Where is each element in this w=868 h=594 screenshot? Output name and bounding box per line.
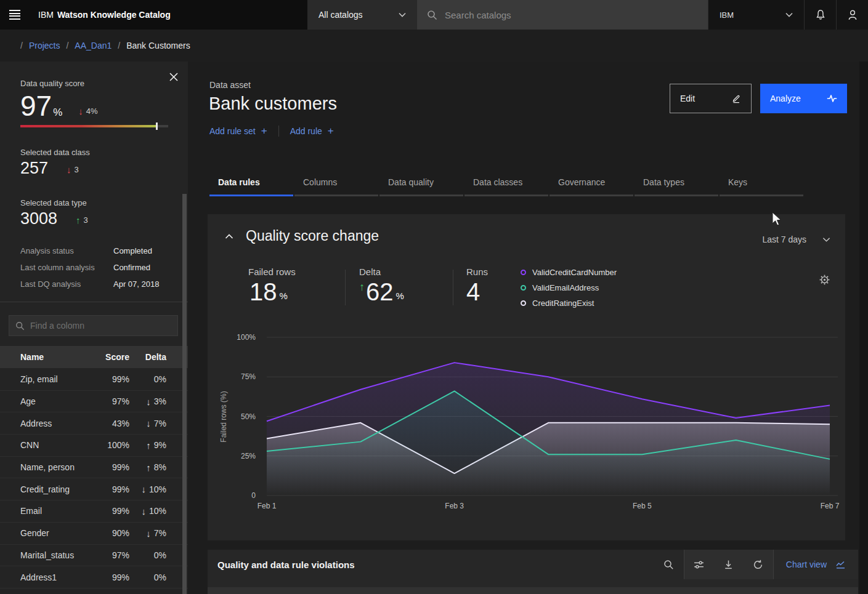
status-row: Last DQ analysis Apr 07, 2018 [20,279,168,289]
legend-item[interactable]: CreditRatingExist [521,295,617,311]
cell-name: Name, person [0,462,86,472]
cell-delta: 0% [154,572,166,582]
stat-failed-rows: Failed rows 18 % [248,267,296,305]
user-profile-button[interactable] [836,0,868,30]
cell-delta: 7% [154,419,166,428]
plus-icon: + [261,127,267,135]
x-tick-label: Feb 1 [258,502,277,510]
analyze-button-label: Analyze [770,94,801,103]
main-content: Data asset Bank customers Add rule set+ … [188,62,868,594]
search-icon [663,560,674,570]
page-scroll-gutter[interactable] [859,62,868,594]
tab[interactable]: Data rules [209,171,293,196]
bell-icon [815,9,826,20]
tab-label: Data rules [218,177,260,187]
table-row[interactable]: ↑ [0,588,188,594]
cell-name: Address [0,419,86,428]
legend-ring-icon [521,270,526,275]
chevron-down-icon [399,12,406,17]
table-row[interactable]: Gender 90% ↓ 7% [0,522,188,544]
column-table-body: Zip, email 99% 0% Age 97% ↓ 3% [0,368,188,594]
cell-name: Credit_rating [0,484,86,494]
stat-label: Runs [466,267,488,277]
download-button[interactable] [714,550,744,579]
account-dropdown[interactable]: IBM [708,0,804,30]
column-score-table: Name Score Delta Zip, email 99% 0% Age 9… [0,346,188,594]
breadcrumb-label[interactable]: Projects [29,41,60,50]
sidebar-divider [0,302,188,302]
table-row[interactable]: Age 97% ↓ 3% [0,390,188,412]
header-name: Name [0,352,86,362]
gear-icon[interactable] [819,275,830,285]
failed-rows-chart: 025%50%75%100% Feb 1Feb 3Feb 5Feb 7 Fail… [208,328,845,519]
close-icon[interactable] [169,73,178,81]
time-range-dropdown[interactable]: Last 7 days [762,235,830,244]
chevron-up-icon[interactable] [225,234,233,239]
settings-adjust-icon [694,560,704,570]
tab[interactable]: Governance [550,171,633,196]
chart-view-toggle[interactable]: Chart view [774,550,858,579]
violations-card: Quality and data rule violations Chart v… [208,550,858,594]
asset-kicker: Data asset [209,80,251,90]
tab[interactable]: Data types [635,171,718,196]
table-row[interactable]: Name, person 99% ↑ 8% [0,456,188,478]
refresh-button[interactable] [744,550,773,579]
cell-name: Gender [0,528,86,538]
legend-item[interactable]: ValidEmailAddress [521,280,617,295]
cell-score: 100% [86,440,129,450]
table-row[interactable]: Email 99% ↓ 10% [0,500,188,522]
table-row[interactable]: Address1 99% 0% [0,566,188,588]
edit-button-label: Edit [680,94,695,103]
sidebar-scrollbar[interactable] [182,194,187,594]
table-row[interactable]: Zip, email 99% 0% [0,368,188,390]
search-input[interactable] [445,10,698,20]
table-search-button[interactable] [654,550,684,579]
breadcrumb-item: / Bank Customers [118,41,190,50]
catalog-dropdown[interactable]: All catalogs [307,0,417,30]
filter-button[interactable] [684,550,714,579]
user-icon [847,9,858,20]
cell-score: 90% [86,528,129,538]
breadcrumb-label[interactable]: Bank Customers [126,41,190,50]
tab[interactable]: Data quality [379,171,463,196]
selected-data-class: Selected data class 257 ↓3 [20,148,90,177]
status-label: Last column analysis [20,263,113,272]
header-delta: Delta [129,352,179,362]
tab[interactable]: Columns [294,171,378,196]
delta-arrow-icon: ↓ [146,396,151,407]
notifications-button[interactable] [804,0,836,30]
table-row[interactable]: Credit_rating 99% ↓ 10% [0,478,188,500]
global-search [417,0,708,30]
stat-value: 18 [249,278,277,305]
add-rule-set-link[interactable]: Add rule set+ [209,126,267,136]
find-column-input[interactable] [30,321,171,331]
table-row[interactable]: CNN 100% ↑ 9% [0,434,188,456]
cell-name: Marital_status [0,550,86,560]
y-tick-label: 75% [208,372,256,381]
legend-item[interactable]: ValidCreditCardNumber [521,265,617,280]
tab[interactable]: Data classes [464,171,548,196]
cell-name: CNN [0,440,86,450]
y-tick-label: 50% [208,412,256,421]
table-row[interactable]: Marital_status 97% 0% [0,544,188,566]
cell-score: 99% [86,506,129,516]
table-row[interactable]: Address 43% ↓ 7% [0,412,188,434]
divider [453,270,453,305]
add-rule-link[interactable]: Add rule+ [290,126,334,136]
tab[interactable]: Keys [720,171,803,196]
status-row: Last column analysis Confirmed [20,263,168,272]
menu-icon[interactable] [0,0,30,30]
analyze-button[interactable]: Analyze [760,84,847,113]
violations-title: Quality and data rule violations [208,560,654,570]
stat-label: Failed rows [248,267,296,277]
delta-arrow-icon: ↑ [146,462,151,473]
stat-value: 4 [466,278,480,305]
asset-actions: Add rule set+ Add rule+ [209,126,334,137]
search-icon [427,10,437,20]
chart-view-label: Chart view [786,560,827,569]
brand-prefix: IBM [38,10,54,20]
stat-unit: % [396,291,404,305]
edit-button[interactable]: Edit [670,84,752,113]
breadcrumb-label[interactable]: AA_Dan1 [75,41,112,50]
line-chart-icon [835,560,846,569]
